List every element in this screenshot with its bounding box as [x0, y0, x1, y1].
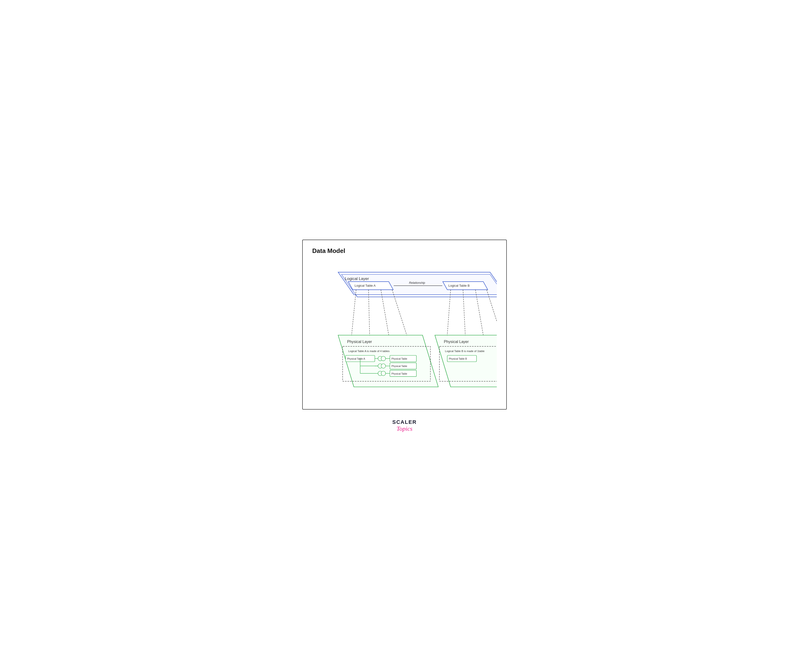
brand-topics: Topics	[393, 425, 416, 432]
main-container: Data Model Logical Layer Logical Table A…	[302, 240, 507, 410]
physical-layer-right-label: Physical Layer	[444, 339, 469, 344]
logical-table-a-label: Logical Table A	[354, 284, 376, 287]
physical-table-a-label: Physical Table A	[347, 357, 365, 360]
logical-layer-label: Logical Layer	[345, 277, 369, 281]
svg-line-5	[352, 290, 356, 335]
physical-table-2-label: Physical Table	[391, 365, 407, 367]
svg-point-22	[381, 364, 386, 368]
svg-line-10	[463, 290, 465, 335]
physical-table-1-label: Physical Table	[391, 357, 407, 360]
logical-table-b-label: Logical Table B	[448, 284, 470, 287]
brand: SCALER Topics	[393, 419, 416, 432]
svg-point-17	[381, 356, 386, 361]
diagram-title: Data Model	[312, 247, 497, 255]
physical-table-3-label: Physical Table	[391, 372, 407, 375]
svg-point-29	[381, 371, 386, 375]
diagram-area: Logical Layer Logical Table A Logical Ta…	[312, 262, 497, 400]
svg-line-6	[369, 290, 370, 335]
relationship-label: Relationship	[409, 281, 425, 285]
svg-line-9	[447, 290, 451, 335]
brand-scaler: SCALER	[393, 419, 416, 425]
svg-line-12	[487, 290, 497, 335]
physical-left-desc: Logical Table A is made of 4 tables	[348, 350, 389, 352]
svg-line-7	[381, 290, 389, 335]
physical-table-b-label: Physical Table B	[449, 357, 467, 360]
physical-right-desc: Logical Table B is made of 1table	[445, 350, 484, 352]
svg-line-11	[475, 290, 483, 335]
physical-layer-left-label: Physical Layer	[347, 339, 372, 344]
svg-line-8	[392, 290, 407, 335]
